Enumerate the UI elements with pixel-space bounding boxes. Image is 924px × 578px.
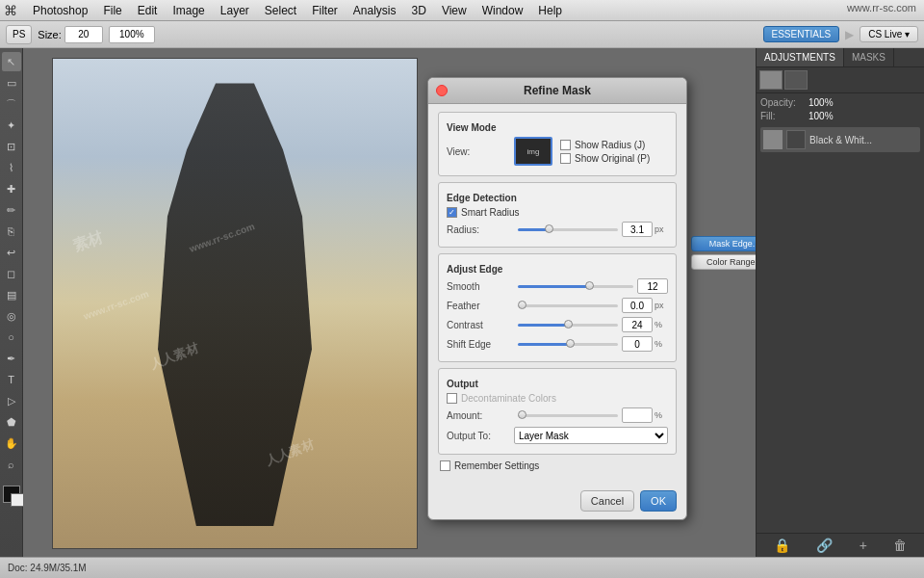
tool-gradient[interactable]: ▤ (2, 285, 21, 304)
panel-add-icon[interactable]: + (860, 538, 867, 553)
menu-select[interactable]: Select (257, 2, 304, 19)
radius-slider-container (514, 228, 622, 231)
tool-text[interactable]: T (2, 370, 21, 389)
shift-edge-input[interactable] (622, 336, 653, 352)
tool-pen[interactable]: ✒ (2, 349, 21, 368)
show-radius-label: Show Radius (J) (575, 140, 645, 150)
cs-live-button[interactable]: CS Live ▾ (860, 26, 918, 42)
foreground-color[interactable] (3, 486, 20, 503)
feather-row: Feather px (447, 298, 668, 313)
mask-edge-button[interactable]: Mask Edge... (691, 236, 756, 251)
color-range-button[interactable]: Color Range... (691, 254, 756, 270)
tool-crop[interactable]: ⊡ (2, 137, 21, 156)
smooth-slider-thumb[interactable] (585, 281, 594, 290)
refine-mask-dialog: Refine Mask View Mode View: img S (427, 77, 687, 520)
panel-delete-icon[interactable]: 🗑 (893, 538, 907, 553)
fill-value: 100% (808, 111, 834, 121)
tool-dodge[interactable]: ○ (2, 328, 21, 347)
view-preview-thumbnail[interactable]: img (514, 137, 552, 166)
background-color[interactable] (11, 493, 24, 507)
tool-move[interactable]: ↖ (2, 52, 21, 71)
layer-name: Black & Whit... (809, 135, 872, 145)
amount-slider-thumb[interactable] (518, 410, 526, 419)
panel-content: Opacity: 100% Fill: 100% Black & Whit... (757, 93, 924, 156)
smooth-row: Smooth (447, 278, 668, 294)
cancel-button[interactable]: Cancel (580, 490, 634, 512)
menu-file[interactable]: File (95, 2, 129, 19)
tool-heal[interactable]: ✚ (2, 179, 21, 198)
layer-item[interactable]: Black & Whit... (760, 127, 920, 152)
tool-path-select[interactable]: ▷ (2, 391, 21, 410)
tool-lasso[interactable]: ⌒ (2, 94, 21, 114)
contrast-slider-thumb[interactable] (564, 320, 573, 328)
menu-layer[interactable]: Layer (213, 2, 257, 19)
canvas-area: 素材 人人素材 www.rr-sc.com 人人素材 www.rr-sc.com… (23, 48, 756, 557)
menu-help[interactable]: Help (530, 2, 570, 19)
menu-edit[interactable]: Edit (130, 2, 166, 19)
menu-3d[interactable]: 3D (404, 2, 434, 19)
status-bar: Doc: 24.9M/35.1M (0, 557, 924, 578)
tab-masks[interactable]: MASKS (844, 48, 894, 66)
panel-lock-icon[interactable]: 🔒 (774, 538, 790, 553)
menu-bar: ⌘ Photoshop File Edit Image Layer Select… (0, 0, 924, 21)
feather-input[interactable] (622, 298, 653, 313)
right-panel: ADJUSTMENTS MASKS Opacity: 100% Fill: 10… (756, 48, 924, 557)
amount-input[interactable] (622, 407, 653, 423)
radius-input[interactable] (622, 222, 653, 237)
menu-filter[interactable]: Filter (304, 2, 346, 19)
feather-slider-thumb[interactable] (518, 301, 526, 309)
opacity-row: Opacity: 100% (760, 97, 920, 108)
menu-image[interactable]: Image (165, 2, 212, 19)
shift-edge-slider-thumb[interactable] (566, 339, 575, 348)
tool-quickselect[interactable]: ✦ (2, 116, 21, 135)
radius-unit: px (654, 224, 668, 234)
smooth-slider-track[interactable] (518, 285, 633, 288)
dialog-close-button[interactable] (436, 85, 448, 96)
photo-figure (139, 83, 331, 526)
ok-button[interactable]: OK (640, 490, 677, 512)
brush-size-input[interactable] (64, 26, 103, 43)
decontaminate-row: Decontaminate Colors (447, 393, 668, 404)
url-display: www.rr-sc.com (847, 2, 916, 13)
contrast-slider-track[interactable] (518, 324, 618, 327)
decontaminate-checkbox[interactable] (447, 393, 457, 404)
tool-shape[interactable]: ⬟ (2, 412, 21, 432)
tool-brush[interactable]: ✏ (2, 200, 21, 220)
menu-window[interactable]: Window (475, 2, 531, 19)
tab-adjustments[interactable]: ADJUSTMENTS (757, 48, 844, 66)
remember-checkbox[interactable] (440, 460, 450, 471)
doc-size-status: Doc: 24.9M/35.1M (8, 563, 87, 573)
contrast-input[interactable] (622, 317, 653, 332)
menu-analysis[interactable]: Analysis (346, 2, 404, 19)
tool-marquee[interactable]: ▭ (2, 73, 21, 92)
adj-thumb-2[interactable] (784, 70, 808, 90)
tool-clone[interactable]: ⎘ (2, 222, 21, 241)
smooth-input[interactable] (637, 278, 668, 294)
size-label: Size: (38, 29, 61, 40)
left-toolbar: ↖ ▭ ⌒ ✦ ⊡ ⌇ ✚ ✏ ⎘ ↩ ◻ ▤ ◎ ○ ✒ T ▷ ⬟ ✋ ⌕ (0, 48, 23, 557)
panel-link-icon[interactable]: 🔗 (816, 538, 833, 553)
adj-thumb-1[interactable] (759, 70, 783, 90)
menu-photoshop[interactable]: Photoshop (25, 2, 95, 19)
output-to-row: Output To: Layer Mask (447, 427, 668, 444)
show-original-checkbox[interactable] (560, 153, 571, 164)
amount-slider-track[interactable] (518, 414, 618, 417)
radius-slider-thumb[interactable] (545, 224, 553, 233)
tool-blur[interactable]: ◎ (2, 306, 21, 326)
tool-history-brush[interactable]: ↩ (2, 243, 21, 262)
output-to-select[interactable]: Layer Mask (514, 427, 668, 444)
radius-slider-track[interactable] (518, 228, 618, 231)
menu-view[interactable]: View (434, 2, 475, 19)
tool-eraser[interactable]: ◻ (2, 264, 21, 283)
tool-preset-picker[interactable]: PS (6, 25, 32, 44)
feather-slider-track[interactable] (518, 304, 618, 307)
smart-radius-checkbox[interactable]: ✓ (447, 207, 457, 218)
zoom-input[interactable] (109, 26, 155, 43)
essentials-button[interactable]: ESSENTIALS (763, 26, 840, 42)
tool-hand[interactable]: ✋ (2, 434, 21, 453)
view-mode-header: View Mode (447, 122, 668, 133)
show-radius-checkbox[interactable] (560, 140, 571, 150)
tool-eyedropper[interactable]: ⌇ (2, 158, 21, 177)
tool-zoom[interactable]: ⌕ (2, 455, 21, 474)
shift-edge-slider-track[interactable] (518, 343, 618, 346)
